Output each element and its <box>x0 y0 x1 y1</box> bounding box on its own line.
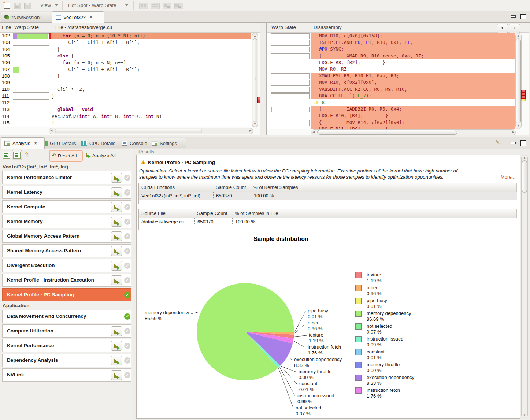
run-analysis-button[interactable] <box>111 326 122 336</box>
new-session-icon[interactable]: ✦ <box>3 2 10 9</box>
source-line[interactable]: 108 } <box>0 73 252 79</box>
prev-hotspot-button[interactable]: ▲ <box>509 24 520 33</box>
run-analysis-button[interactable] <box>111 370 122 380</box>
disasm-row[interactable]: { XMAD R9, R10.reuse, 0xa, RZ; <box>267 53 515 59</box>
table-cell[interactable]: 650370 <box>194 218 232 226</box>
disasm-row[interactable]: MOV R0, RZ; <box>267 66 515 73</box>
source-line[interactable]: 114Vec32of32(int* A, int* B, int* C, int… <box>0 113 252 120</box>
source-line[interactable]: 115{ <box>0 120 252 126</box>
source-line[interactable]: 104 } <box>0 46 252 53</box>
analysis-item-divergent-execution[interactable]: Divergent Execution✓ <box>2 259 131 272</box>
table-cell[interactable]: 650370 <box>213 192 251 200</box>
panel-minimize-icon[interactable] <box>511 142 516 144</box>
disasm-hscrollbar[interactable]: ◀ ⋯ ▶ <box>311 129 516 135</box>
up-level-icon[interactable]: ⇧ <box>24 151 30 159</box>
table-column-header[interactable]: Source File <box>139 209 194 218</box>
minimize-icon[interactable] <box>511 15 516 18</box>
source-line[interactable]: 110 C[i] *= 2; <box>0 86 252 93</box>
next-hotspot-button[interactable]: ▼ <box>497 24 508 33</box>
view-menu[interactable]: View <box>40 3 51 8</box>
panel-maximize-icon[interactable] <box>520 140 526 146</box>
disasm-row[interactable]: LDG.E R11, [R6]; } <box>267 126 515 129</box>
disasm-hscroll-thumb[interactable]: ⋯ <box>317 130 457 135</box>
view-menu-icon[interactable]: ✎.. <box>495 139 501 145</box>
tab-cpu-details[interactable]: CPU Details <box>78 138 125 148</box>
run-analysis-button[interactable] <box>111 261 122 271</box>
table-cell[interactable]: 100.00 % <box>232 218 517 226</box>
disasm-vscrollbar[interactable]: ▲ ⋮ ▼ <box>515 33 522 129</box>
tab-analysis[interactable]: Analysis✕ <box>1 137 45 149</box>
results-vscrollbar[interactable]: ▲ ▼ <box>521 155 528 418</box>
analysis-item-kernel-performance-limiter[interactable]: Kernel Performance Limiter✓ <box>2 171 131 184</box>
run-analysis-button[interactable] <box>111 356 122 365</box>
disasm-row[interactable]: { MOV R14, c[0x2][0x0]; <box>267 119 515 126</box>
collapse-list-icon[interactable] <box>12 150 22 160</box>
table-cell[interactable]: Vec1of32x(int*, int*, int*, int) <box>139 192 213 200</box>
run-analysis-button[interactable] <box>111 341 122 351</box>
run-analysis-button[interactable] <box>111 217 122 227</box>
close-icon[interactable]: ✕ <box>34 141 37 146</box>
disassembly-area[interactable]: MOV R10, c[0x0][0x158]; ISETP.LT.AND P0,… <box>267 33 515 129</box>
disasm-row[interactable]: ISETP.LT.AND P0, PT, R10, 0x1, PT; <box>267 39 515 46</box>
source-vscroll-thumb[interactable]: ⋮ <box>253 38 257 122</box>
save-as-icon[interactable]: ... <box>24 3 31 9</box>
source-line[interactable]: 105 else { <box>0 53 252 59</box>
analysis-item-kernel-performance[interactable]: Kernel Performance✓ <box>2 339 131 352</box>
table-column-header[interactable]: % of Samples in File <box>232 209 517 218</box>
disasm-row[interactable]: LDG.E R8, [R2]; } <box>267 59 515 66</box>
source-hscrollbar[interactable]: ◀ ⋯ ▶ <box>49 128 253 134</box>
source-line[interactable]: 109 <box>0 79 252 86</box>
table-cell[interactable]: 100.00 % <box>251 192 517 200</box>
run-analysis-button[interactable] <box>111 231 122 241</box>
analysis-item-kernel-profile-instruction-execution[interactable]: Kernel Profile - Instruction Execution✓ <box>2 274 131 287</box>
disasm-row[interactable]: .L_8: <box>267 99 515 106</box>
analysis-item-kernel-memory[interactable]: Kernel Memory✓ <box>2 215 131 228</box>
run-analysis-button[interactable] <box>111 275 122 285</box>
reset-all-button[interactable]: ↶ Reset All <box>49 150 83 162</box>
table-column-header[interactable]: Cuda Functions <box>139 183 213 192</box>
expand-list-icon[interactable] <box>3 152 10 159</box>
analysis-item-kernel-profile-pc-sampling[interactable]: Kernel Profile - PC Sampling✓ <box>2 288 131 301</box>
source-code-area[interactable]: 102 for (n = 0; n < (10 * N); n++)103 C[… <box>0 33 252 127</box>
run-analysis-button[interactable] <box>111 187 122 197</box>
analysis-item-shared-memory-access-pattern[interactable]: Shared Memory Access Pattern✓ <box>2 244 131 257</box>
save-icon[interactable] <box>14 3 21 9</box>
run-analysis-button[interactable] <box>111 173 122 183</box>
run-analysis-button[interactable] <box>111 202 122 212</box>
disasm-row[interactable]: MOV R10, c[0x0][0x158]; <box>267 33 515 39</box>
tab-vec1of32x[interactable]: Vec1of32x✕ <box>52 11 104 23</box>
source-line[interactable]: 112 <box>0 100 252 106</box>
analysis-item-kernel-compute[interactable]: Kernel Compute✓ <box>2 200 131 213</box>
disasm-vscroll-thumb[interactable]: ⋮ <box>516 38 521 123</box>
disasm-row[interactable]: XMAD.PSL R9, R10.H1, 0xa, R9; <box>267 73 515 79</box>
tab-settings[interactable]: Settings <box>148 138 186 148</box>
hotspot-menu[interactable]: Hot Spot - Warp State <box>68 3 116 8</box>
table-column-header[interactable]: % of Kernel Samples <box>251 183 517 192</box>
analysis-item-kernel-latency[interactable]: Kernel Latency✓ <box>2 186 131 199</box>
run-analysis-button[interactable] <box>111 246 122 256</box>
maximize-icon[interactable] <box>520 14 526 19</box>
source-line[interactable]: 102 for (n = 0; n < (10 * N); n++) <box>0 33 252 39</box>
tab--newsession1[interactable]: *NewSession1 <box>1 12 59 22</box>
close-icon[interactable]: ✕ <box>89 15 93 20</box>
disasm-row[interactable]: VABSDIFF.ACC RZ.CC, R0, R9, R10; <box>267 86 515 93</box>
table-column-header[interactable]: Sample Count <box>213 183 251 192</box>
source-line[interactable]: 106 for (n = 0; n < N; n++) <box>0 59 252 66</box>
source-line[interactable]: 111} <box>0 93 252 100</box>
analysis-item-nvlink[interactable]: NVLink✓ <box>2 368 131 382</box>
analysis-item-dependency-analysis[interactable]: Dependency Analysis✓ <box>2 354 131 367</box>
disasm-row[interactable]: @P0 SYNC; <box>267 46 515 52</box>
table-column-header[interactable]: Sample Count <box>194 209 232 218</box>
table-cell[interactable]: /data/test/diverge.cu <box>139 218 194 226</box>
source-line[interactable]: 103 C[i] = C[i] + A[i] + B[i]; <box>0 39 252 46</box>
disasm-row[interactable]: LDG.E R10, [R4]; } <box>267 112 515 119</box>
source-line[interactable]: 107 C[i] = C[i] + A[i] - B[i]; <box>0 66 252 73</box>
source-vscrollbar[interactable]: ▲ ⋮ ▼ <box>252 33 258 127</box>
disasm-row[interactable]: BRA CC.LE, `(.L_7); <box>267 93 515 99</box>
analysis-item-data-movement-and-concurrency[interactable]: Data Movement And Concurrency✓ <box>2 310 131 323</box>
analysis-item-compute-utilization[interactable]: Compute Utilization✓ <box>2 324 131 338</box>
more-link[interactable]: More... <box>501 174 515 180</box>
disasm-row[interactable]: { IADD32I R0, R0, 0x4; <box>267 106 515 112</box>
disasm-row[interactable]: MOV R10, c[0x2][0x0]; <box>267 79 515 86</box>
source-hscroll-thumb[interactable]: ⋯ <box>55 129 202 133</box>
